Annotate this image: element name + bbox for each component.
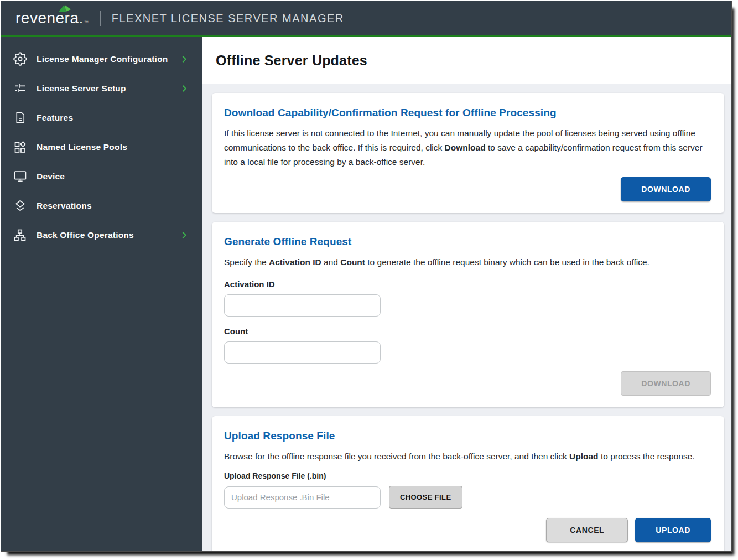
revenera-logo: revenera. ™ bbox=[15, 9, 89, 27]
app-window: revenera. ™ FLEXNET LICENSE SERVER MANAG… bbox=[1, 1, 731, 551]
sidebar-item-license-manager-configuration[interactable]: License Manager Configuration bbox=[1, 44, 202, 74]
activation-id-label: Activation ID bbox=[224, 279, 711, 289]
org-chart-icon bbox=[13, 228, 27, 242]
chevron-right-icon bbox=[180, 84, 189, 93]
card-description: Specify the Activation ID and Count to g… bbox=[224, 255, 711, 269]
card-description: If this license server is not connected … bbox=[224, 126, 711, 169]
header-divider bbox=[100, 11, 101, 26]
main-content: Offline Server Updates Download Capabili… bbox=[202, 37, 731, 551]
card-upload-response-file: Upload Response File Browse for the offl… bbox=[212, 416, 724, 551]
card-title: Generate Offline Request bbox=[224, 236, 711, 248]
card-title: Upload Response File bbox=[224, 430, 711, 442]
sidebar-item-label: License Server Setup bbox=[37, 84, 126, 94]
chevron-right-icon bbox=[180, 55, 189, 64]
sliders-icon bbox=[13, 81, 27, 96]
sidebar-item-license-server-setup[interactable]: License Server Setup bbox=[1, 74, 202, 103]
sidebar-item-label: License Manager Configuration bbox=[37, 54, 168, 64]
product-title: FLEXNET LICENSE SERVER MANAGER bbox=[112, 12, 344, 25]
card-title: Download Capability/Confirmation Request… bbox=[224, 107, 711, 119]
document-icon bbox=[13, 111, 27, 125]
count-label: Count bbox=[224, 326, 711, 336]
sidebar-item-label: Features bbox=[37, 113, 73, 123]
upload-response-file-label: Upload Response File (.bin) bbox=[224, 471, 711, 480]
revenera-leaf-icon bbox=[58, 4, 72, 12]
monitor-icon bbox=[13, 169, 27, 184]
sidebar-nav: License Manager Configuration License Se… bbox=[1, 37, 202, 551]
pools-grid-icon bbox=[13, 140, 27, 154]
chevron-right-icon bbox=[180, 231, 189, 240]
sidebar-item-features[interactable]: Features bbox=[1, 103, 202, 132]
card-description: Browse for the offline response file you… bbox=[224, 449, 711, 464]
download-request-button[interactable]: DOWNLOAD bbox=[621, 177, 711, 201]
trademark-symbol: ™ bbox=[84, 20, 89, 27]
count-input[interactable] bbox=[224, 341, 381, 364]
layers-diamond-icon bbox=[13, 199, 27, 213]
sidebar-item-label: Named License Pools bbox=[37, 142, 127, 152]
sidebar-item-reservations[interactable]: Reservations bbox=[1, 191, 202, 220]
page-body: Download Capability/Confirmation Request… bbox=[202, 84, 731, 551]
card-download-capability-request: Download Capability/Confirmation Request… bbox=[212, 93, 724, 213]
sidebar-item-named-license-pools[interactable]: Named License Pools bbox=[1, 132, 202, 162]
activation-id-input[interactable] bbox=[224, 294, 381, 317]
gear-icon bbox=[13, 52, 27, 66]
page-title: Offline Server Updates bbox=[216, 53, 367, 69]
sidebar-item-label: Back Office Operations bbox=[37, 230, 134, 240]
sidebar-item-back-office-operations[interactable]: Back Office Operations bbox=[1, 220, 202, 250]
cancel-button[interactable]: CANCEL bbox=[546, 518, 628, 542]
sidebar-item-device[interactable]: Device bbox=[1, 162, 202, 191]
upload-response-file-input[interactable] bbox=[224, 486, 381, 509]
generate-download-button[interactable]: DOWNLOAD bbox=[621, 371, 711, 396]
upload-button[interactable]: UPLOAD bbox=[635, 518, 711, 542]
choose-file-button[interactable]: CHOOSE FILE bbox=[389, 486, 462, 509]
sidebar-item-label: Device bbox=[37, 172, 65, 182]
card-generate-offline-request: Generate Offline Request Specify the Act… bbox=[212, 222, 724, 407]
brand-wordmark: revenera. bbox=[15, 9, 84, 27]
sidebar-item-label: Reservations bbox=[37, 201, 92, 211]
top-header-bar: revenera. ™ FLEXNET LICENSE SERVER MANAG… bbox=[1, 1, 731, 35]
page-header: Offline Server Updates bbox=[202, 37, 731, 84]
